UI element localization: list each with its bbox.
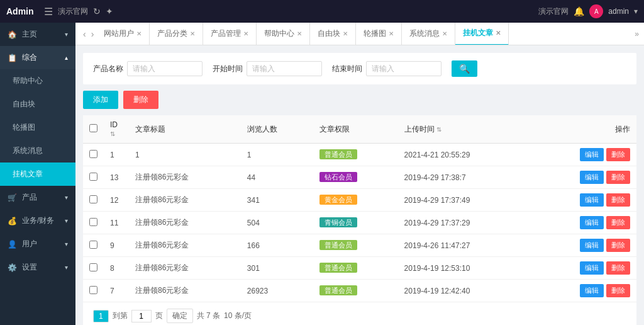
cell-title: 注册领86元彩金 — [129, 234, 241, 257]
delete-row-button[interactable]: 删除 — [606, 284, 630, 297]
table-row: 11 注册领86元彩金 504 青铜会员 2019-4-29 17:37:29 … — [83, 212, 636, 234]
sidebar-item-shezhi[interactable]: ⚙️ 设置 ▾ — [0, 256, 75, 279]
edit-button[interactable]: 编辑 — [580, 216, 604, 229]
table-row: 9 注册领86元彩金 166 普通会员 2019-4-26 11:47:27 编… — [83, 234, 636, 257]
start-time-label: 开始时间 — [213, 64, 243, 74]
cell-actions: 编辑 删除 — [530, 212, 636, 234]
sidebar-item-yonghu[interactable]: 👤 用户 ▾ — [0, 232, 75, 256]
tab-label-guaiji: 挂机文章 — [463, 28, 493, 38]
delete-row-button[interactable]: 删除 — [606, 239, 630, 252]
tab-chanpin-gl[interactable]: 产品管理 ✕ — [203, 23, 257, 45]
edit-button[interactable]: 编辑 — [580, 261, 604, 275]
delete-row-button[interactable]: 删除 — [606, 193, 630, 207]
batch-delete-button[interactable]: 删除 — [123, 91, 158, 109]
page-goto-input[interactable] — [131, 310, 152, 322]
edit-button[interactable]: 编辑 — [580, 148, 604, 161]
yonghu-icon: 👤 — [8, 240, 17, 249]
cell-views: 44 — [241, 166, 313, 189]
cell-time: 2019-4-29 17:37:49 — [398, 189, 531, 212]
page-unit-label: 页 — [155, 311, 163, 321]
delete-row-button[interactable]: 删除 — [606, 148, 630, 161]
arrow-zonghe: ▴ — [65, 54, 68, 61]
close-icon-chanpin-gl[interactable]: ✕ — [243, 30, 248, 37]
close-icon-lunbo[interactable]: ✕ — [389, 30, 394, 37]
home-icon: 🏠 — [8, 30, 17, 39]
tab-more-icon[interactable]: » — [635, 30, 639, 38]
delete-row-button[interactable]: 删除 — [606, 216, 630, 229]
topbar: Admin ☰ 演示官网 ↻ ✦ 演示官网 🔔 A admin ▾ — [0, 0, 644, 23]
site-link[interactable]: 演示官网 — [58, 6, 88, 17]
product-name-input[interactable] — [127, 61, 203, 76]
edit-button[interactable]: 编辑 — [580, 193, 604, 207]
sidebar-item-lunbo[interactable]: 轮播图 — [0, 116, 75, 139]
close-icon-chanpin[interactable]: ✕ — [190, 30, 195, 37]
row-checkbox[interactable] — [89, 241, 97, 249]
cell-time: 2019-4-19 12:53:10 — [398, 257, 531, 280]
row-checkbox[interactable] — [89, 286, 97, 294]
menu-icon[interactable]: ☰ — [44, 6, 53, 18]
tab-nav-next[interactable]: › — [89, 29, 97, 39]
row-checkbox[interactable] — [89, 218, 97, 226]
sidebar-item-yewu[interactable]: 💰 业务/财务 ▾ — [0, 209, 75, 232]
edit-button[interactable]: 编辑 — [580, 239, 604, 252]
sort-icon-time[interactable]: ⇅ — [436, 126, 441, 133]
th-title: 文章标题 — [129, 115, 241, 144]
brand-label: Admin — [6, 6, 34, 16]
tab-bangzhu[interactable]: 帮助中心 ✕ — [257, 23, 310, 45]
tab-xitong[interactable]: 系统消息 ✕ — [402, 23, 455, 45]
row-checkbox[interactable] — [89, 150, 97, 158]
sort-icon-id[interactable]: ⇅ — [110, 130, 115, 137]
sidebar-item-guaiji[interactable]: 挂机文章 — [0, 162, 75, 186]
user-arrow[interactable]: ▾ — [634, 7, 638, 16]
close-icon-wangzhan[interactable]: ✕ — [136, 30, 142, 37]
cell-checkbox — [83, 189, 104, 212]
tab-lunbo[interactable]: 轮播图 ✕ — [356, 23, 402, 45]
sidebar: 🏠 主页 ▾ 📋 综合 ▴ 帮助中心 自由块 轮播图 系统消息 挂机文章 — [0, 23, 75, 325]
topbar-center: ☰ 演示官网 ↻ ✦ — [34, 6, 539, 18]
sidebar-item-bangzhu[interactable]: 帮助中心 — [0, 69, 75, 93]
row-checkbox[interactable] — [89, 173, 97, 181]
cell-time: 2019-4-19 12:42:40 — [398, 280, 531, 302]
start-time-input[interactable] — [247, 61, 322, 76]
edit-button[interactable]: 编辑 — [580, 171, 604, 184]
search-button[interactable]: 🔍 — [452, 60, 477, 77]
edit-button[interactable]: 编辑 — [580, 284, 604, 297]
close-icon-bangzhu[interactable]: ✕ — [297, 30, 302, 37]
select-all-checkbox[interactable] — [89, 124, 97, 132]
close-icon-ziyou[interactable]: ✕ — [343, 30, 348, 37]
delete-row-button[interactable]: 删除 — [606, 261, 630, 275]
page-number-btn[interactable]: 1 — [93, 310, 109, 322]
row-checkbox[interactable] — [89, 195, 97, 203]
close-icon-xitong[interactable]: ✕ — [442, 30, 447, 37]
row-actions: 编辑 删除 — [536, 193, 630, 207]
row-checkbox[interactable] — [89, 263, 97, 271]
refresh-icon[interactable]: ↻ — [93, 6, 101, 16]
star-icon[interactable]: ✦ — [106, 6, 113, 16]
tab-nav-prev[interactable]: ‹ — [80, 29, 89, 39]
sidebar-label-shezhi: 设置 — [22, 262, 37, 273]
cell-actions: 编辑 删除 — [530, 166, 636, 189]
per-page-text: 10 条/页 — [224, 311, 252, 321]
cell-title: 注册领86元彩金 — [129, 257, 241, 280]
sidebar-item-home[interactable]: 🏠 主页 ▾ — [0, 23, 75, 46]
yewu-icon: 💰 — [8, 217, 17, 225]
end-time-input[interactable] — [366, 61, 441, 76]
bell-icon[interactable]: 🔔 — [574, 6, 584, 16]
permission-badge: 普通会员 — [319, 240, 357, 250]
sidebar-item-xitong[interactable]: 系统消息 — [0, 139, 75, 162]
sidebar-item-chanpin[interactable]: 🛒 产品 ▾ — [0, 186, 75, 209]
tab-chanpin[interactable]: 产品分类 ✕ — [150, 23, 203, 45]
close-icon-guaiji[interactable]: ✕ — [496, 30, 501, 37]
tab-guaiji[interactable]: 挂机文章 ✕ — [455, 23, 509, 45]
sidebar-item-ziyou[interactable]: 自由块 — [0, 93, 75, 116]
th-actions: 操作 — [530, 115, 636, 144]
add-button[interactable]: 添加 — [83, 91, 118, 109]
cell-id: 11 — [104, 212, 129, 234]
sidebar-item-zonghe[interactable]: 📋 综合 ▴ — [0, 46, 75, 69]
cell-checkbox — [83, 144, 104, 166]
delete-row-button[interactable]: 删除 — [606, 171, 630, 184]
th-permission: 文章权限 — [313, 115, 398, 144]
goto-confirm-button[interactable]: 确定 — [167, 309, 193, 323]
tab-ziyou[interactable]: 自由块 ✕ — [310, 23, 356, 45]
tab-wangzhan[interactable]: 网站用户 ✕ — [96, 23, 150, 45]
